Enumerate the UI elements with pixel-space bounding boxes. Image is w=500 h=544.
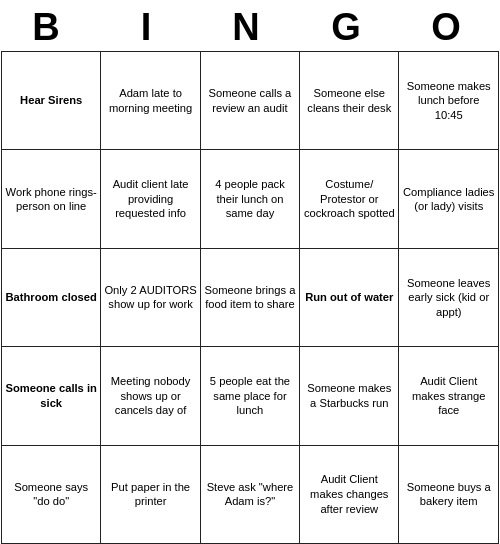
title-letter-i: I — [110, 6, 190, 49]
bingo-title: BINGO — [0, 0, 500, 51]
title-letter-o: O — [410, 6, 490, 49]
cell-r1-c1: Audit client late providing requested in… — [101, 150, 200, 248]
cell-r2-c0: Bathroom closed — [2, 248, 101, 346]
title-letter-n: N — [210, 6, 290, 49]
cell-r0-c2: Someone calls a review an audit — [200, 52, 299, 150]
cell-r4-c3: Audit Client makes changes after review — [300, 445, 399, 543]
cell-r0-c0: Hear Sirens — [2, 52, 101, 150]
cell-r1-c4: Compliance ladies (or lady) visits — [399, 150, 499, 248]
cell-r3-c3: Someone makes a Starbucks run — [300, 347, 399, 445]
cell-r0-c4: Someone makes lunch before 10:45 — [399, 52, 499, 150]
title-letter-b: B — [10, 6, 90, 49]
cell-r4-c2: Steve ask "where Adam is?" — [200, 445, 299, 543]
cell-r0-c3: Someone else cleans their desk — [300, 52, 399, 150]
cell-r2-c1: Only 2 AUDITORS show up for work — [101, 248, 200, 346]
cell-r4-c0: Someone says "do do" — [2, 445, 101, 543]
cell-r1-c0: Work phone rings-person on line — [2, 150, 101, 248]
cell-r1-c3: Costume/ Protestor or cockroach spotted — [300, 150, 399, 248]
bingo-grid: Hear SirensAdam late to morning meetingS… — [1, 51, 499, 544]
cell-r1-c2: 4 people pack their lunch on same day — [200, 150, 299, 248]
cell-r2-c2: Someone brings a food item to share — [200, 248, 299, 346]
cell-r4-c4: Someone buys a bakery item — [399, 445, 499, 543]
cell-r3-c1: Meeting nobody shows up or cancels day o… — [101, 347, 200, 445]
cell-r3-c2: 5 people eat the same place for lunch — [200, 347, 299, 445]
cell-r4-c1: Put paper in the printer — [101, 445, 200, 543]
cell-r3-c0: Someone calls in sick — [2, 347, 101, 445]
cell-r2-c3: Run out of water — [300, 248, 399, 346]
cell-r0-c1: Adam late to morning meeting — [101, 52, 200, 150]
title-letter-g: G — [310, 6, 390, 49]
cell-r2-c4: Someone leaves early sick (kid or appt) — [399, 248, 499, 346]
cell-r3-c4: Audit Client makes strange face — [399, 347, 499, 445]
